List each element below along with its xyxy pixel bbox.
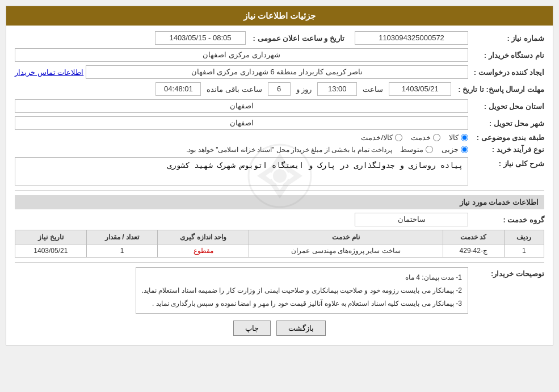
response-date: 1403/05/21 (389, 82, 451, 96)
process-jozee-label: جزیی (442, 145, 459, 154)
response-days-label: روز و (294, 85, 314, 94)
services-table: ردیف کد خدمت نام خدمت واحد اندازه گیری ت… (15, 230, 544, 258)
process-jozee[interactable]: جزیی (442, 145, 468, 154)
col-row-num: ردیف (504, 230, 544, 245)
creator-label: ایجاد کننده درخواست : (470, 68, 544, 77)
buyer-note-1: 1- مدت پیمان: 4 ماه (142, 271, 462, 284)
response-remaining-label: ساعت باقی مانده (204, 85, 264, 94)
buyer-note-2: 2- پیمانکار می بایست رزومه خود و صلاحیت … (142, 284, 462, 297)
category-khedmat-label: خدمت (411, 133, 431, 142)
print-button[interactable]: چاپ (233, 321, 271, 336)
service-group-label: گروه خدمت : (470, 216, 544, 224)
cell-quantity: 1 (86, 245, 158, 258)
category-radio-group: کالا خدمت کالا/خدمت (361, 133, 468, 142)
col-service-code: کد خدمت (443, 230, 504, 245)
process-radio-group: جزیی متوسط (400, 145, 468, 154)
divider-1 (15, 190, 544, 191)
cell-service-code: ج-42-429 (443, 245, 504, 258)
col-service-name: نام خدمت (249, 230, 443, 245)
cell-unit: مقطوع (158, 245, 249, 258)
process-motavasset[interactable]: متوسط (400, 145, 433, 154)
cell-row-num: 1 (504, 245, 544, 258)
category-khedmat[interactable]: خدمت (411, 133, 440, 142)
process-label: نوع فرآیند خرید : (470, 145, 544, 154)
response-deadline-label: مهلت ارسال پاسخ: تا تاریخ : (455, 85, 544, 94)
table-row: 1 ج-42-429 ساخت سایر پروژه‌های مهندسی عم… (15, 245, 544, 258)
category-khedmat-radio[interactable] (433, 134, 440, 141)
services-section-header: اطلاعات خدمات مورد نیاز (15, 195, 544, 209)
buyer-notes-box: 1- مدت پیمان: 4 ماه 2- پیمانکار می بایست… (136, 267, 468, 314)
creator-value: ناصر کریمی کاربردار منطقه 6 شهرداری مرکز… (86, 65, 468, 79)
response-days: 6 (268, 82, 291, 96)
need-number-label: شماره نیاز : (470, 34, 544, 43)
announce-date-label: تاریخ و ساعت اعلان عمومی : (248, 34, 344, 43)
category-kala-khedmat-label: کالا/خدمت (361, 133, 393, 142)
service-group-value: ساختمان (355, 213, 468, 226)
city-value: اصفهان (15, 116, 468, 130)
category-kala-label: کالا (449, 133, 459, 142)
contact-link[interactable]: اطلاعات تماس خریدار (15, 68, 83, 77)
back-button[interactable]: بازگشت (276, 321, 326, 336)
process-motavasset-label: متوسط (400, 145, 423, 154)
response-time: 13:00 (317, 82, 357, 96)
category-label: طبقه بندی موضوعی : (470, 133, 544, 142)
divider-2 (15, 262, 544, 263)
province-value: اصفهان (15, 99, 468, 113)
process-motavasset-radio[interactable] (426, 146, 433, 153)
category-kala-radio[interactable] (461, 134, 468, 141)
city-label: شهر محل تحویل : (470, 119, 544, 128)
description-label: شرح کلی نیاز : (470, 157, 544, 168)
page-title: جزئیات اطلاعات نیاز (243, 11, 316, 20)
announce-date-value: 1403/05/15 - 08:05 (155, 31, 246, 45)
need-number-value: 1103094325000572 (355, 31, 468, 45)
category-kala-khedmat-radio[interactable] (395, 134, 402, 141)
buyer-note-3: 3- پیمانکار می بایست کلیه اسناد استعلام … (142, 297, 462, 310)
category-kala-khedmat[interactable]: کالا/خدمت (361, 133, 402, 142)
col-unit: واحد اندازه گیری (158, 230, 249, 245)
response-remaining: 04:48:01 (155, 82, 201, 96)
description-textarea[interactable] (15, 157, 468, 186)
buyer-notes-label: توصیحات خریدار: (470, 267, 544, 278)
page-header: جزئیات اطلاعات نیاز (6, 6, 553, 26)
buttons-row: بازگشت چاپ (15, 321, 544, 336)
cell-service-name: ساخت سایر پروژه‌های مهندسی عمران (249, 245, 443, 258)
response-time-label: ساعت (360, 85, 385, 94)
process-note: پرداخت تمام یا بخشی از مبلغ خریداز محل "… (15, 146, 392, 154)
category-kala[interactable]: کالا (449, 133, 468, 142)
services-table-container: ردیف کد خدمت نام خدمت واحد اندازه گیری ت… (15, 230, 544, 258)
process-jozee-radio[interactable] (461, 146, 468, 153)
cell-date: 1403/05/21 (15, 245, 87, 258)
province-label: استان محل تحویل : (470, 102, 544, 111)
buyer-org-value: شهرداری مرکزی اصفهان (15, 48, 468, 62)
col-quantity: تعداد / مقدار (86, 230, 158, 245)
buyer-org-label: نام دستگاه خریدار : (470, 51, 544, 60)
col-date: تاریخ نیاز (15, 230, 87, 245)
